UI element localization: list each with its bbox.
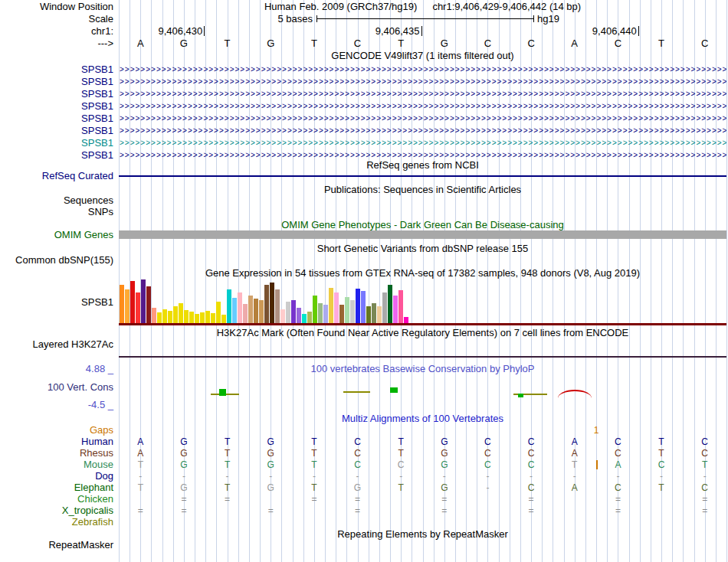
gtex-tissue-bar[interactable]: [313, 296, 317, 323]
gene-label[interactable]: SPSB1: [0, 138, 113, 149]
gtex-tissue-bar[interactable]: [173, 306, 178, 323]
gtex-tissue-bar[interactable]: [388, 285, 392, 323]
alignment-gap-count: 1: [590, 425, 602, 436]
gene-label[interactable]: SPSB1: [0, 101, 113, 112]
gtex-tissue-bar[interactable]: [404, 317, 408, 323]
gtex-tissue-bar[interactable]: [254, 299, 258, 323]
gtex-tissue-bar[interactable]: [382, 292, 387, 323]
species-label-gaps[interactable]: Gaps: [0, 425, 113, 436]
gtex-tissue-bar[interactable]: [195, 314, 199, 323]
gtex-tissue-bar[interactable]: [280, 309, 285, 323]
gtex-tissue-bar[interactable]: [302, 314, 307, 323]
species-label-mouse[interactable]: Mouse: [0, 459, 113, 470]
gtex-tissue-bar[interactable]: [146, 286, 151, 323]
gtex-tissue-bar[interactable]: [248, 296, 253, 323]
track-label-layered-h3k27ac[interactable]: Layered H3K27Ac: [0, 339, 113, 350]
gtex-tissue-bar[interactable]: [152, 308, 156, 323]
track-label-100-vert-cons[interactable]: 100 Vert. Cons: [0, 382, 113, 393]
gtex-tissue-bar[interactable]: [189, 312, 194, 323]
gtex-tissue-bar[interactable]: [329, 288, 333, 323]
gtex-tissue-bar[interactable]: [157, 312, 162, 323]
gene-label[interactable]: SPSB1: [0, 89, 113, 100]
gtex-tissue-bar[interactable]: [291, 300, 296, 323]
alignment-base: A: [553, 482, 596, 493]
gtex-tissue-bar[interactable]: [393, 296, 398, 323]
species-label-x_tropicalis[interactable]: X_tropicalis: [0, 505, 113, 516]
species-label-dog[interactable]: Dog: [0, 471, 113, 482]
alignment-base: G: [423, 448, 467, 459]
gtex-tissue-bar[interactable]: [211, 313, 215, 323]
gtex-tissue-bar[interactable]: [130, 281, 135, 323]
gtex-tissue-bar[interactable]: [356, 289, 360, 323]
gtex-tissue-bar[interactable]: [259, 300, 264, 323]
gene-label[interactable]: SPSB1: [0, 113, 113, 124]
gtex-tissue-bar[interactable]: [221, 315, 226, 323]
track-label-gtex-gene[interactable]: SPSB1: [0, 297, 113, 308]
gtex-tissue-bar[interactable]: [168, 311, 172, 323]
track-label-repeatmasker[interactable]: RepeatMasker: [0, 540, 113, 551]
gtex-tissue-bar[interactable]: [398, 290, 403, 323]
alignment-base: =: [423, 505, 467, 516]
assembly-title: Human Feb. 2009 (GRCh37/hg19): [264, 1, 417, 12]
gtex-tissue-bar[interactable]: [334, 292, 339, 323]
gtex-tissue-bar[interactable]: [297, 308, 301, 323]
gtex-tissue-bar[interactable]: [270, 283, 274, 323]
species-label-rhesus[interactable]: Rhesus: [0, 448, 113, 459]
gtex-tissue-bar[interactable]: [339, 305, 344, 323]
gtex-tissue-bar[interactable]: [205, 311, 210, 323]
gene-label[interactable]: SPSB1: [0, 150, 113, 161]
gtex-tissue-bar[interactable]: [200, 312, 205, 323]
gene-arrow-line[interactable]: >>>>>>>>>>>>>>>>>>>>>>>>>>>>>>>>>>>>>>>>…: [120, 113, 726, 124]
gtex-tissue-bar[interactable]: [141, 279, 146, 323]
gtex-tissue-bar[interactable]: [307, 312, 312, 323]
species-label-elephant[interactable]: Elephant: [0, 482, 113, 493]
alignment-base: C: [596, 448, 640, 459]
gtex-tissue-bar[interactable]: [216, 302, 221, 323]
gene-label[interactable]: SPSB1: [0, 64, 113, 75]
track-label-common-dbsnp[interactable]: Common dbSNP(155): [0, 255, 113, 266]
gtex-tissue-bar[interactable]: [232, 298, 237, 323]
gtex-tissue-bar[interactable]: [361, 291, 366, 323]
gtex-tissue-bar[interactable]: [350, 300, 355, 323]
gtex-tissue-bar[interactable]: [179, 303, 183, 323]
gene-label[interactable]: SPSB1: [0, 126, 113, 136]
gtex-tissue-bar[interactable]: [238, 292, 242, 323]
h3k27ac-signal-line[interactable]: [119, 356, 726, 358]
alignment-base: T: [293, 459, 336, 470]
gene-label[interactable]: SPSB1: [0, 77, 113, 87]
track-label-omim-genes[interactable]: OMIM Genes: [0, 230, 113, 240]
gene-arrow-line[interactable]: >>>>>>>>>>>>>>>>>>>>>>>>>>>>>>>>>>>>>>>>…: [120, 126, 726, 136]
track-label-snps[interactable]: SNPs: [0, 207, 113, 217]
gtex-tissue-bar[interactable]: [372, 303, 376, 323]
gene-arrow-line[interactable]: >>>>>>>>>>>>>>>>>>>>>>>>>>>>>>>>>>>>>>>>…: [120, 77, 726, 87]
gtex-tissue-bar[interactable]: [264, 285, 269, 323]
gtex-tissue-bar[interactable]: [366, 306, 371, 323]
alignment-base: =: [249, 505, 293, 516]
gtex-tissue-bar[interactable]: [184, 310, 189, 323]
gene-arrow-line[interactable]: >>>>>>>>>>>>>>>>>>>>>>>>>>>>>>>>>>>>>>>>…: [120, 64, 726, 75]
gtex-tissue-bar[interactable]: [227, 289, 231, 323]
gtex-tissue-bar[interactable]: [243, 304, 248, 323]
species-label-human[interactable]: Human: [0, 436, 113, 447]
gtex-tissue-bar[interactable]: [125, 289, 130, 323]
coordinate-tick-label: 9,406,440: [574, 26, 637, 36]
alignment-base: C: [510, 436, 553, 447]
gtex-tissue-bar[interactable]: [136, 292, 140, 323]
gene-arrow-line[interactable]: >>>>>>>>>>>>>>>>>>>>>>>>>>>>>>>>>>>>>>>>…: [120, 101, 726, 112]
gene-arrow-line[interactable]: >>>>>>>>>>>>>>>>>>>>>>>>>>>>>>>>>>>>>>>>…: [120, 138, 726, 149]
gtex-tissue-bar[interactable]: [275, 289, 280, 323]
gtex-tissue-bar[interactable]: [162, 309, 167, 323]
track-label-sequences[interactable]: Sequences: [0, 195, 113, 206]
refseq-gene-line[interactable]: [119, 175, 726, 177]
gtex-tissue-bar[interactable]: [323, 305, 328, 323]
gtex-tissue-bar[interactable]: [120, 285, 124, 323]
gene-arrow-line[interactable]: >>>>>>>>>>>>>>>>>>>>>>>>>>>>>>>>>>>>>>>>…: [120, 89, 726, 100]
gtex-tissue-bar[interactable]: [377, 306, 382, 323]
species-label-chicken[interactable]: Chicken: [0, 494, 113, 505]
omim-gene-bar[interactable]: [119, 230, 726, 239]
gtex-tissue-bar[interactable]: [345, 297, 349, 323]
species-label-zebrafish[interactable]: Zebrafish: [0, 517, 113, 528]
track-label-refseq-curated[interactable]: RefSeq Curated: [0, 171, 113, 181]
gtex-tissue-bar[interactable]: [318, 303, 323, 323]
gtex-tissue-bar[interactable]: [286, 302, 290, 323]
